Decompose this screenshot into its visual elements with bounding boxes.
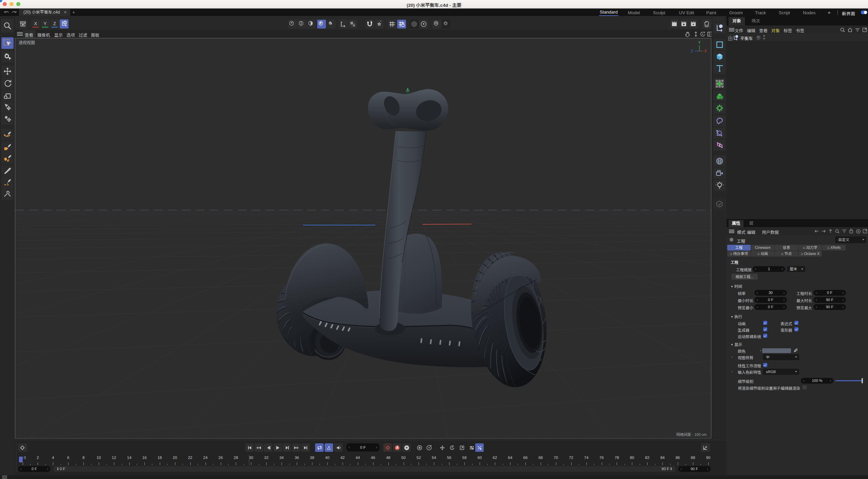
svg-text:A: A bbox=[396, 446, 398, 449]
svg-text:A: A bbox=[328, 445, 330, 448]
svg-text:X: X bbox=[704, 49, 707, 53]
svg-text:A: A bbox=[445, 22, 447, 25]
svg-text:Z: Z bbox=[691, 49, 693, 53]
svg-text:Y: Y bbox=[698, 40, 700, 44]
